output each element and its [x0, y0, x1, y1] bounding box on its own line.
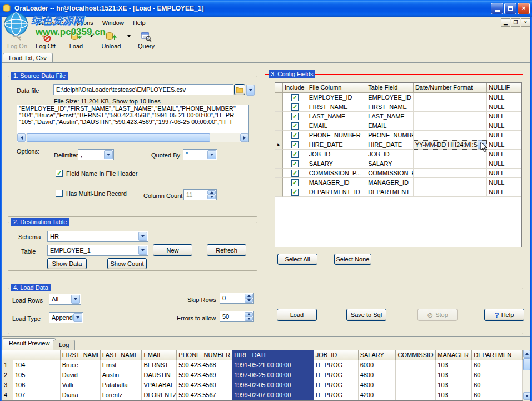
result-cell[interactable]: IT_PROG [314, 360, 359, 370]
config-row[interactable]: ✓COMMISSION_P...COMMISSION_P...NULL [275, 169, 521, 178]
file-column-cell[interactable]: FIRST_NAME [307, 102, 367, 112]
file-column-cell[interactable]: MANAGER_ID [307, 178, 367, 187]
spin-up-icon[interactable] [245, 312, 253, 316]
file-column-cell[interactable]: EMAIL [307, 121, 367, 131]
include-checkbox[interactable]: ✓ [291, 113, 299, 120]
browse-dropdown-button[interactable] [246, 85, 255, 96]
nullif-cell[interactable]: NULL [487, 159, 521, 169]
menu-help[interactable]: Help [128, 18, 150, 28]
result-cell[interactable]: VPATABAL [142, 380, 177, 390]
include-cell[interactable]: ✓ [283, 112, 307, 121]
result-cell[interactable]: 103 [436, 390, 472, 400]
include-cell[interactable]: ✓ [283, 93, 307, 102]
browse-button[interactable] [234, 84, 245, 95]
menu-options[interactable]: Options [68, 18, 98, 28]
result-cell[interactable]: 2 [2, 370, 13, 380]
schema-combo[interactable]: HR [47, 231, 148, 242]
menu-database[interactable]: Database [33, 18, 68, 28]
include-cell[interactable]: ✓ [283, 178, 307, 187]
include-checkbox[interactable]: ✓ [291, 103, 299, 111]
load-type-combo[interactable]: Append [49, 312, 83, 323]
config-row[interactable]: ✓PHONE_NUMBERPHONE_NUMBERNULL [275, 131, 521, 140]
data-file-input[interactable] [53, 84, 233, 95]
result-cell[interactable]: 60 [472, 370, 523, 380]
table-field-cell[interactable]: MANAGER_ID [366, 178, 414, 187]
new-button[interactable]: New [153, 244, 192, 256]
nullif-cell[interactable]: NULL [487, 102, 521, 112]
skip-rows-spinner[interactable]: 0 [220, 293, 254, 304]
include-cell[interactable]: ✓ [283, 169, 307, 178]
table-field-cell[interactable]: DEPARTMENT_... [366, 187, 414, 197]
field-name-header-checkbox[interactable]: ✓ [56, 170, 63, 177]
spin-up-icon[interactable] [245, 294, 253, 298]
file-column-cell[interactable]: DEPARTMENT_ID [307, 187, 367, 197]
log-on-button[interactable]: Log On [4, 29, 30, 52]
result-cell[interactable]: 590.423.5567 [177, 390, 232, 400]
result-cell[interactable]: 1999-02-07 00:00:00 [232, 390, 314, 400]
chevron-down-icon[interactable] [104, 150, 113, 159]
file-column-cell[interactable]: PHONE_NUMBER [307, 131, 367, 140]
load-dropdown-icon[interactable] [90, 35, 93, 37]
result-row[interactable]: 1104BruceErnstBERNST590.423.45681991-05-… [2, 360, 523, 370]
nullif-cell[interactable]: NULL [487, 112, 521, 121]
save-to-sql-button[interactable]: Save to Sql [346, 309, 386, 321]
nullif-cell[interactable]: NULL [487, 187, 521, 197]
result-row[interactable]: 4107DianaLorentzDLORENTZ590.423.55671999… [2, 390, 523, 400]
include-checkbox[interactable]: ✓ [291, 189, 299, 196]
include-checkbox[interactable]: ✓ [291, 122, 299, 130]
result-cell[interactable] [396, 360, 436, 370]
table-field-header[interactable]: Table Field [366, 83, 414, 93]
stop-button[interactable]: ⊘ Stop [417, 309, 458, 321]
include-cell[interactable]: ✓ [283, 102, 307, 112]
config-row[interactable]: ✓EMAILEMAILNULL [275, 121, 521, 131]
chevron-down-icon[interactable] [138, 232, 147, 241]
result-cell[interactable]: 1 [2, 360, 13, 370]
spin-down-icon[interactable] [245, 316, 253, 321]
load-button[interactable]: Load [277, 309, 317, 321]
format-cell[interactable] [414, 159, 487, 169]
include-checkbox[interactable]: ✓ [291, 160, 299, 167]
file-column-cell[interactable]: HIRE_DATE [307, 140, 367, 150]
include-cell[interactable]: ✓ [283, 121, 307, 131]
chevron-down-icon[interactable] [207, 150, 216, 159]
result-cell[interactable]: 1991-05-21 00:00:00 [232, 360, 314, 370]
file-column-cell[interactable]: LAST_NAME [307, 112, 367, 121]
include-column-header[interactable]: Include [283, 83, 307, 93]
tab-result-preview[interactable]: Result Preview [3, 338, 56, 350]
menu-file[interactable]: File [14, 18, 33, 28]
result-row[interactable]: 2105DavidAustinDAUSTIN590.423.45691997-0… [2, 370, 523, 380]
result-cell[interactable]: 103 [436, 370, 472, 380]
result-cell[interactable]: 103 [436, 380, 472, 390]
result-column-header[interactable]: JOB_ID [314, 350, 359, 360]
result-cell[interactable]: Bruce [61, 360, 101, 370]
table-field-cell[interactable]: JOB_ID [366, 150, 414, 159]
result-cell[interactable]: IT_PROG [314, 380, 359, 390]
format-combo[interactable]: YY-MM-DD HH24:MI:SS [414, 140, 487, 150]
scroll-left-icon[interactable] [17, 133, 26, 142]
include-checkbox[interactable]: ✓ [291, 179, 299, 186]
result-cell[interactable]: Austin [101, 370, 142, 380]
result-cell[interactable]: Valli [61, 380, 101, 390]
result-cell[interactable]: 3 [2, 380, 13, 390]
result-column-header[interactable] [13, 350, 61, 360]
format-cell[interactable] [414, 93, 487, 102]
file-column-cell[interactable]: SALARY [307, 159, 367, 169]
maximize-button[interactable] [504, 3, 516, 14]
nullif-cell[interactable]: NULL [487, 131, 521, 140]
result-cell[interactable]: 104 [13, 360, 61, 370]
result-cell[interactable]: IT_PROG [314, 390, 359, 400]
nullif-cell[interactable]: NULL [487, 169, 521, 178]
column-count-spinner[interactable]: 11 [183, 189, 217, 200]
table-field-cell[interactable]: COMMISSION_P... [366, 169, 414, 178]
include-checkbox[interactable]: ✓ [291, 151, 299, 158]
nullif-column-header[interactable]: NULLIF [487, 83, 521, 93]
result-cell[interactable]: 60 [472, 360, 523, 370]
errors-spinner[interactable]: 50 [220, 311, 254, 322]
result-cell[interactable]: 4800 [359, 370, 396, 380]
file-column-cell[interactable]: COMMISSION_P... [307, 169, 367, 178]
result-column-header[interactable]: EMAIL [142, 350, 177, 360]
table-field-cell[interactable]: EMPLOYEE_ID [366, 93, 414, 102]
table-combo[interactable]: EMPLOYEE_1 [47, 245, 148, 256]
result-column-header[interactable] [2, 350, 13, 360]
result-cell[interactable]: 6000 [359, 360, 396, 370]
